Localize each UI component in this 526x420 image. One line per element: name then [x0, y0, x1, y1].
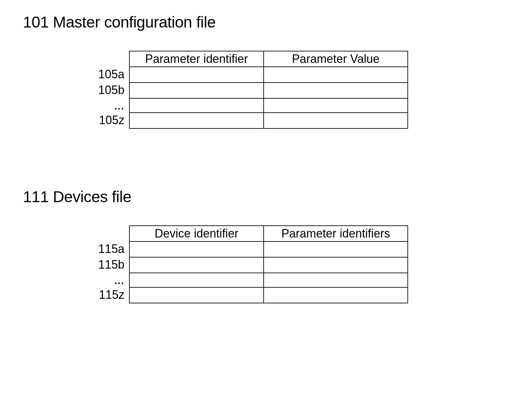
row-label: 115b [88, 257, 124, 273]
row-label: 105z [88, 112, 124, 128]
table-cell [264, 67, 408, 83]
devices-file-section: 111 Devices file 115a 115b ... 115z Devi… [23, 188, 503, 303]
table-cell [129, 98, 264, 113]
table-cell [264, 113, 408, 128]
table-cell [129, 113, 264, 128]
table-header-row: Device identifier Parameter identifiers [129, 226, 408, 241]
table-cell [264, 273, 408, 287]
master-config-section: 101 Master configuration file 105a 105b … [23, 13, 503, 129]
row-label-ellipsis: ... [88, 273, 124, 287]
table-cell [129, 83, 264, 98]
table-row [129, 241, 408, 257]
table-cell [264, 287, 408, 303]
master-config-table-wrap: 105a 105b ... 105z Parameter identifier … [88, 51, 503, 129]
table-cell [129, 67, 264, 83]
row-label: 115a [88, 241, 124, 257]
table-cell [129, 257, 264, 273]
devices-file-row-labels: 115a 115b ... 115z [88, 225, 124, 303]
table-row [129, 98, 408, 113]
table-row [129, 287, 408, 303]
table-row [129, 67, 408, 83]
master-config-row-labels: 105a 105b ... 105z [88, 51, 124, 128]
table-row [129, 83, 408, 98]
row-label-ellipsis: ... [88, 98, 124, 112]
row-label: 105b [88, 82, 124, 98]
table-row [129, 273, 408, 287]
master-config-table: Parameter identifier Parameter Value [129, 51, 408, 129]
table-cell [129, 273, 264, 287]
table-cell [129, 287, 264, 303]
table-cell [264, 98, 408, 113]
row-label: 115z [88, 287, 124, 303]
table-cell [264, 241, 408, 257]
header-parameter-value: Parameter Value [264, 51, 408, 67]
devices-file-table-wrap: 115a 115b ... 115z Device identifier Par… [88, 225, 503, 303]
devices-file-table: Device identifier Parameter identifiers [129, 225, 408, 303]
table-row [129, 257, 408, 273]
header-parameter-identifiers: Parameter identifiers [264, 226, 408, 241]
header-device-identifier: Device identifier [129, 226, 264, 241]
table-header-row: Parameter identifier Parameter Value [129, 51, 408, 67]
table-cell [129, 241, 264, 257]
header-parameter-identifier: Parameter identifier [129, 51, 264, 67]
row-label: 105a [88, 67, 124, 82]
master-config-title: 101 Master configuration file [23, 13, 503, 31]
table-cell [264, 257, 408, 273]
table-cell [264, 83, 408, 98]
table-row [129, 113, 408, 128]
devices-file-title: 111 Devices file [23, 188, 503, 206]
